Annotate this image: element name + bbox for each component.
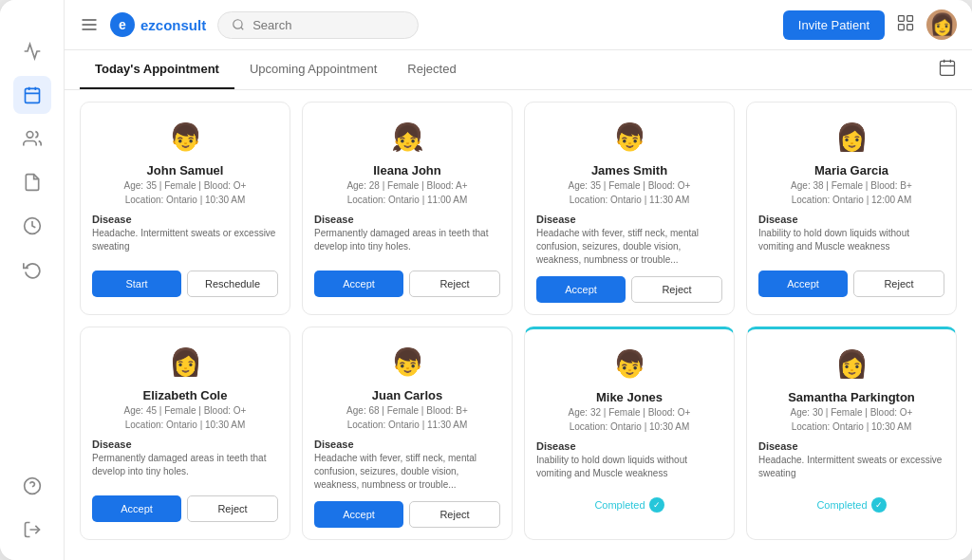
- svg-rect-17: [907, 15, 913, 21]
- info-location-ileana: Location: Ontario | 11:00 AM: [347, 194, 468, 207]
- search-bar[interactable]: [217, 11, 419, 39]
- disease-label-maria: Disease: [758, 214, 798, 225]
- cards-row-2: 👩 Elizabeth Cole Age: 45 | Female | Bloo…: [80, 327, 957, 540]
- calendar-view-button[interactable]: [938, 58, 957, 82]
- sidebar-item-clock[interactable]: [13, 207, 51, 245]
- avatar-maria-garcia: 👩: [831, 116, 872, 158]
- disease-label-elizabeth: Disease: [92, 439, 132, 450]
- start-button-john[interactable]: Start: [92, 271, 181, 297]
- disease-desc-james: Headache with fever, stiff neck, mental …: [536, 227, 722, 267]
- name-james-smith: James Smith: [591, 163, 667, 177]
- disease-label-juan: Disease: [314, 439, 354, 450]
- info-age-ileana: Age: 28 | Female | Blood: A+: [346, 179, 467, 193]
- avatar-mike-jones: 👦: [608, 343, 650, 384]
- tab-upcoming[interactable]: Upcoming Appointment: [234, 50, 392, 89]
- name-mike-jones: Mike Jones: [596, 390, 663, 404]
- avatar-james-smith: 👦: [608, 116, 650, 158]
- disease-label-mike: Disease: [536, 440, 576, 452]
- search-input[interactable]: [252, 18, 404, 32]
- accept-button-james[interactable]: Accept: [536, 276, 626, 303]
- card-mike-jones: 👦 Mike Jones Age: 32 | Female | Blood: O…: [524, 327, 735, 540]
- svg-point-14: [234, 20, 242, 28]
- sidebar: [0, 0, 65, 560]
- avatar-john-samuel: 👦: [164, 116, 206, 158]
- reject-button-james[interactable]: Reject: [631, 276, 722, 303]
- sidebar-item-logout[interactable]: [13, 511, 51, 549]
- sidebar-logo: [0, 11, 64, 27]
- avatar-samantha-parkington: 👩: [831, 343, 872, 384]
- disease-desc-mike: Inability to hold down liquids without v…: [536, 454, 722, 488]
- info-location-john-samuel: Location: Ontario | 10:30 AM: [125, 194, 246, 207]
- buttons-ileana: Accept Reject: [314, 271, 500, 297]
- buttons-john: Start Reschedule: [92, 271, 278, 297]
- cards-container: 👦 John Samuel Age: 35 | Female | Blood: …: [65, 90, 972, 560]
- info-age-john-samuel: Age: 35 | Female | Blood: O+: [124, 179, 247, 193]
- svg-text:e: e: [119, 17, 126, 32]
- sidebar-item-people[interactable]: [13, 120, 51, 158]
- info-location-samantha: Location: Ontario | 10:30 AM: [792, 420, 912, 434]
- invite-patient-button[interactable]: Invite Patient: [783, 10, 885, 40]
- buttons-james: Accept Reject: [536, 276, 722, 303]
- accept-button-elizabeth[interactable]: Accept: [92, 495, 181, 522]
- info-age-samantha: Age: 30 | Female | Blood: O+: [791, 406, 913, 420]
- sidebar-item-history[interactable]: [13, 251, 51, 289]
- cards-row-1: 👦 John Samuel Age: 35 | Female | Blood: …: [80, 102, 957, 315]
- avatar-juan-carlos: 👦: [386, 341, 428, 383]
- disease-label-ileana: Disease: [314, 214, 354, 225]
- reschedule-button-john[interactable]: Reschedule: [187, 271, 278, 297]
- logo-icon: e: [110, 12, 135, 37]
- accept-button-ileana[interactable]: Accept: [314, 271, 403, 297]
- card-john-samuel: 👦 John Samuel Age: 35 | Female | Blood: …: [80, 102, 290, 315]
- completed-badge-samantha: Completed ✓: [816, 497, 886, 513]
- apps-grid-icon[interactable]: [896, 13, 915, 37]
- card-maria-garcia: 👩 Maria Garcia Age: 38 | Female | Blood:…: [746, 102, 957, 315]
- reject-button-maria[interactable]: Reject: [853, 271, 944, 297]
- app-logo: e ezconsult: [110, 12, 206, 37]
- info-location-elizabeth: Location: Ontario | 10:30 AM: [125, 419, 246, 432]
- name-ileana-john: Ileana John: [373, 163, 441, 177]
- sidebar-item-calendar[interactable]: [13, 76, 51, 114]
- sidebar-bottom: [13, 467, 51, 549]
- buttons-elizabeth: Accept Reject: [92, 495, 278, 522]
- svg-rect-16: [899, 15, 905, 21]
- info-location-maria: Location: Ontario | 12:00 AM: [792, 194, 912, 207]
- completed-label-samantha: Completed: [816, 499, 867, 511]
- svg-rect-0: [25, 88, 39, 103]
- reject-button-ileana[interactable]: Reject: [409, 271, 500, 297]
- name-samantha-parkington: Samantha Parkington: [788, 390, 915, 404]
- card-james-smith: 👦 James Smith Age: 35 | Female | Blood: …: [524, 102, 735, 315]
- accept-button-juan[interactable]: Accept: [314, 501, 403, 528]
- reject-button-juan[interactable]: Reject: [409, 501, 500, 528]
- avatar-elizabeth-cole: 👩: [164, 341, 206, 383]
- svg-rect-20: [941, 61, 955, 75]
- completed-badge-mike: Completed ✓: [594, 497, 664, 513]
- name-john-samuel: John Samuel: [147, 163, 224, 177]
- card-juan-carlos: 👦 Juan Carlos Age: 68 | Female | Blood: …: [302, 327, 513, 540]
- name-maria-garcia: Maria Garcia: [814, 163, 888, 177]
- tab-rejected[interactable]: Rejected: [392, 50, 471, 89]
- tab-today[interactable]: Today's Appointment: [80, 50, 234, 89]
- disease-desc-ileana: Permanently damaged areas in teeth that …: [314, 227, 500, 261]
- avatar-ileana-john: 👧: [386, 116, 428, 158]
- accept-button-maria[interactable]: Accept: [758, 271, 848, 297]
- svg-rect-19: [907, 24, 913, 29]
- sidebar-item-activity[interactable]: [13, 32, 51, 70]
- disease-label-samantha: Disease: [758, 440, 798, 452]
- svg-point-4: [27, 132, 33, 139]
- info-age-mike: Age: 32 | Female | Blood: O+: [569, 406, 691, 420]
- info-location-juan: Location: Ontario | 11:30 AM: [347, 419, 468, 432]
- user-avatar[interactable]: 👩: [926, 9, 957, 40]
- sidebar-item-help[interactable]: [13, 467, 51, 505]
- main-content: e ezconsult Invite Patient 👩 Today's App…: [65, 0, 972, 560]
- card-elizabeth-cole: 👩 Elizabeth Cole Age: 45 | Female | Bloo…: [80, 327, 290, 540]
- buttons-juan: Accept Reject: [314, 501, 500, 528]
- disease-desc-juan: Headache with fever, stiff neck, mental …: [314, 452, 500, 492]
- info-age-james: Age: 35 | Female | Blood: O+: [569, 179, 691, 193]
- sidebar-item-document[interactable]: [13, 163, 51, 201]
- disease-label-john: Disease: [92, 214, 132, 225]
- reject-button-elizabeth[interactable]: Reject: [187, 495, 278, 522]
- tabs-bar-right: [938, 58, 957, 82]
- hamburger-menu[interactable]: [80, 15, 99, 34]
- info-location-mike: Location: Ontario | 10:30 AM: [570, 420, 690, 434]
- completed-check-icon-samantha: ✓: [871, 497, 887, 513]
